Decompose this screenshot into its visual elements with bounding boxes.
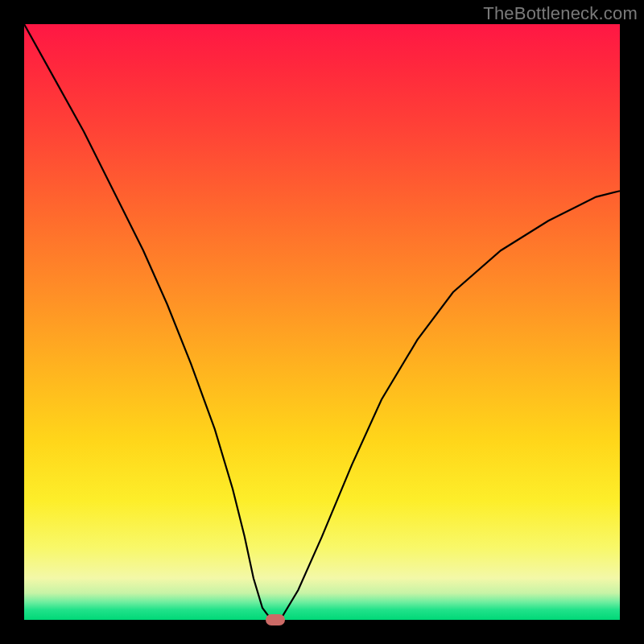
chart-frame: TheBottleneck.com	[0, 0, 644, 644]
bottleneck-curve	[24, 24, 620, 620]
curve-layer	[24, 24, 620, 620]
watermark-text: TheBottleneck.com	[483, 3, 638, 24]
optimum-marker	[266, 614, 285, 625]
plot-area	[24, 24, 620, 620]
